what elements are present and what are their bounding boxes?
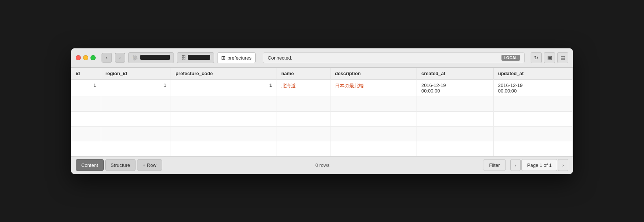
titlebar: ‹ › 🐘 🗄 ⊞ prefectures Connected. LOCAL [71,48,573,68]
status-text: Connected. [268,55,292,61]
cell-description: 日本の最北端 [330,79,417,97]
table-icon: ⊞ [221,55,226,61]
table-row [71,141,573,156]
tab-schema[interactable]: 🗄 [177,52,214,63]
cell-created-at: 2016-12-1900:00:00 [417,79,493,97]
connection-status-bar: Connected. LOCAL [263,52,525,63]
page-info: Page 1 of 1 [521,159,557,171]
cell-id: 1 [71,79,101,97]
maximize-button[interactable] [90,55,96,60]
cell-name: 北海道 [277,79,330,97]
rows-count: 0 rows [315,162,329,168]
table-row[interactable]: 1 1 1 北海道 日本の最北端 2016-12-1900:00:00 2016… [71,79,573,97]
cell-updated-at: 2016-12-1900:00:00 [493,79,572,97]
table-header-row: id region_id prefecture_code name descri… [71,68,573,80]
add-row-button[interactable]: + Row [137,159,162,171]
nav-back-button[interactable]: ‹ [102,53,112,63]
close-button[interactable] [76,55,81,60]
tab-schema-label [188,55,210,61]
titlebar-actions: ↻ ▣ ▤ [531,52,568,63]
tab-database-label [140,55,170,61]
col-header-created-at: created_at [417,68,493,80]
chevron-right-icon: › [562,162,564,168]
tab-prefectures[interactable]: ⊞ prefectures [217,52,256,63]
tab-content-button[interactable]: Content [76,159,104,171]
cell-region-id: 1 [101,79,171,97]
schema-icon: 🗄 [181,55,186,61]
table-area: id region_id prefecture_code name descri… [71,68,573,156]
pagination: ‹ Page 1 of 1 › [510,159,568,171]
local-badge: LOCAL [501,55,520,61]
tab-structure-button[interactable]: Structure [105,159,136,171]
data-table: id region_id prefecture_code name descri… [71,68,573,156]
minimize-button[interactable] [83,55,88,60]
table-row [71,126,573,141]
table-row [71,111,573,126]
col-header-id: id [71,68,101,80]
traffic-lights [76,55,96,60]
col-header-description: description [330,68,417,80]
page-prev-button[interactable]: ‹ [510,159,521,171]
layout2-icon: ▤ [561,55,565,61]
refresh-icon: ↻ [534,55,538,61]
col-header-region-id: region_id [101,68,171,80]
redacted-db-name [140,55,170,60]
refresh-button[interactable]: ↻ [531,52,542,63]
layout1-button[interactable]: ▣ [544,52,555,63]
col-header-prefecture-code: prefecture_code [171,68,277,80]
tab-prefectures-label: prefectures [227,55,251,61]
page-next-button[interactable]: › [558,159,568,171]
table-row [71,97,573,111]
elephant-icon: 🐘 [132,55,138,61]
col-header-updated-at: updated_at [493,68,572,80]
filter-button[interactable]: Filter [483,159,506,171]
nav-forward-button[interactable]: › [115,53,125,63]
footer: Content Structure + Row 0 rows Filter ‹ … [71,156,573,174]
layout2-button[interactable]: ▤ [557,52,568,63]
chevron-left-icon: ‹ [515,162,516,168]
cell-prefecture-code: 1 [171,79,277,97]
cell-empty [71,97,101,111]
layout1-icon: ▣ [547,55,552,61]
tab-database[interactable]: 🐘 [128,52,174,63]
redacted-schema-name [188,55,210,60]
col-header-name: name [277,68,330,80]
app-window: ‹ › 🐘 🗄 ⊞ prefectures Connected. LOCAL [71,48,573,174]
